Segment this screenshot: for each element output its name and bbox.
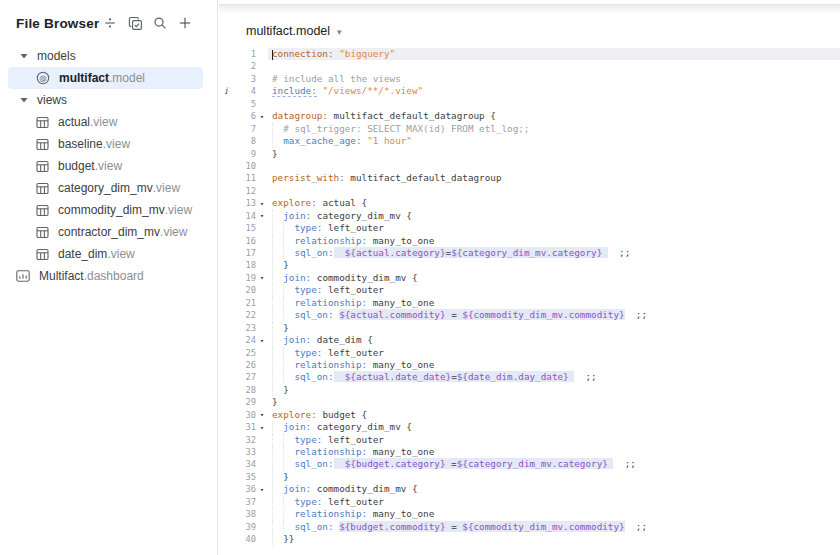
code-line-7[interactable]: 7# sql_trigger: SELECT MAX(id) FROM etl_… [219,123,840,135]
code-line-17[interactable]: 17sql_on: ${actual.category}=${category_… [219,247,840,259]
indent-guide [272,272,283,284]
indent-guide [283,508,294,520]
code-line-18[interactable]: 18} [219,259,840,271]
line-number: 22 [233,309,256,321]
code-line-3[interactable]: 3# include all the views [219,73,840,85]
token: commodity_dim_mv { [311,272,417,283]
code-line-21[interactable]: 21relationship: many_to_one [219,297,840,309]
code-line-30[interactable]: 30▾explore: budget { [219,409,840,421]
code-line-39[interactable]: 39sql_on: ${budget.commodity} = ${commod… [219,521,840,533]
fold-spacer [256,514,268,515]
token: ;; [608,247,630,258]
indent-guide [283,521,294,533]
code-line-36[interactable]: 36▾join: commodity_dim_mv { [219,483,840,495]
fold-spacer [256,402,268,403]
code-line-19[interactable]: 19▾join: commodity_dim_mv { [219,272,840,284]
sidebar-item-multifact[interactable]: Multifact.dashboard [0,265,217,287]
fold-spacer [256,365,268,366]
token: many_to_one [367,297,434,308]
fold-spacer [256,302,268,303]
code-line-25[interactable]: 25type: left_outer [219,347,840,359]
fold-caret[interactable]: ▾ [256,421,268,434]
code-line-28[interactable]: 28} [219,384,840,396]
collapse-all-icon[interactable] [102,15,118,31]
sidebar-item-multifact[interactable]: @ multifact.model [8,67,203,89]
indent-guide [272,297,283,309]
gutter: 39 [219,521,268,533]
sidebar-item-contractor_dim_mv[interactable]: contractor_dim_mv.view [0,221,217,243]
code-text: } [268,471,840,483]
search-icon[interactable] [152,15,168,31]
sidebar-item-date_dim[interactable]: date_dim.view [0,243,217,265]
indent-guide [272,508,283,520]
sidebar-folder-models[interactable]: models [0,45,217,67]
code-line-40[interactable]: 40}} [219,533,840,545]
code-line-33[interactable]: 33relationship: many_to_one [219,446,840,458]
fold-caret[interactable]: ▾ [256,110,268,123]
code-line-12[interactable]: 12 [219,185,840,197]
token: connection: [272,48,334,59]
code-line-10[interactable]: 10 [219,160,840,172]
sidebar-item-commodity_dim_mv[interactable]: commodity_dim_mv.view [0,199,217,221]
code-line-37[interactable]: 37type: left_outer [219,496,840,508]
code-text: } [268,396,840,408]
code-line-29[interactable]: 29} [219,396,840,408]
code-line-5[interactable]: 5 [219,98,840,110]
code-line-1[interactable]: 1connection: "bigquery" [219,48,840,60]
new-file-icon[interactable] [177,15,193,31]
gutter: 21 [219,297,268,309]
fold-caret[interactable]: ▾ [256,197,268,210]
code-line-20[interactable]: 20type: left_outer [219,284,840,296]
file-extension: .view [107,247,134,261]
code-line-8[interactable]: 8max_cache_age: "1 hour" [219,135,840,147]
code-line-38[interactable]: 38relationship: many_to_one [219,508,840,520]
code-line-13[interactable]: 13▾explore: actual { [219,197,840,209]
sidebar-item-budget[interactable]: budget.view [0,155,217,177]
code-line-35[interactable]: 35} [219,471,840,483]
fold-spacer [256,452,268,453]
sidebar-item-actual[interactable]: actual.view [0,111,217,133]
sidebar-item-baseline[interactable]: baseline.view [0,133,217,155]
code-line-4[interactable]: i4include: "/views/**/*.view" [219,85,840,97]
code-editor[interactable]: 1connection: "bigquery"23# include all t… [219,48,840,555]
indent-guide [272,371,283,383]
code-line-2[interactable]: 2 [219,60,840,72]
line-number: 10 [233,160,256,172]
fold-caret[interactable]: ▾ [256,209,268,222]
line-number: 13 [233,197,256,209]
code-line-9[interactable]: 9} [219,148,840,160]
code-line-34[interactable]: 34sql_on: ${budget.category} =${category… [219,458,840,470]
table-icon [36,226,49,239]
fold-caret[interactable]: ▾ [256,271,268,284]
code-line-15[interactable]: 15type: left_outer [219,222,840,234]
sidebar-folder-views[interactable]: views [0,89,217,111]
code-line-32[interactable]: 32type: left_outer [219,434,840,446]
fold-caret[interactable]: ▾ [256,334,268,347]
gutter: 20 [219,284,268,296]
fold-caret[interactable]: ▾ [256,483,268,496]
code-line-24[interactable]: 24▾join: date_dim { [219,334,840,346]
code-line-27[interactable]: 27sql_on: ${actual.date_date}=${date_dim… [219,371,840,383]
editor-tabbar: multifact.model ▾ [219,14,840,48]
sidebar-item-category_dim_mv[interactable]: category_dim_mv.view [0,177,217,199]
code-line-11[interactable]: 11persist_with: multifact_default_datagr… [219,172,840,184]
file-extension: .view [90,115,117,129]
token: ${commodity_dim_mv.commodity} [462,521,624,532]
token: = [446,309,463,320]
token: join: [283,272,311,283]
code-line-14[interactable]: 14▾join: category_dim_mv { [219,210,840,222]
code-line-6[interactable]: 6▾datagroup: multifact_default_datagroup… [219,110,840,122]
code-line-31[interactable]: 31▾join: category_dim_mv { [219,421,840,433]
file-tab[interactable]: multifact.model ▾ [246,24,342,38]
token: ${budget.commodity} [339,521,445,532]
code-line-16[interactable]: 16relationship: many_to_one [219,235,840,247]
fold-caret[interactable]: ▾ [256,408,268,421]
token: ${budget.category} [345,458,446,469]
code-line-23[interactable]: 23} [219,322,840,334]
fold-spacer [256,153,268,154]
code-line-22[interactable]: 22sql_on: ${actual.commodity} = ${commod… [219,309,840,321]
gutter: 35 [219,471,268,483]
fold-spacer [256,464,268,465]
code-line-26[interactable]: 26relationship: many_to_one [219,359,840,371]
select-files-icon[interactable] [127,15,143,31]
